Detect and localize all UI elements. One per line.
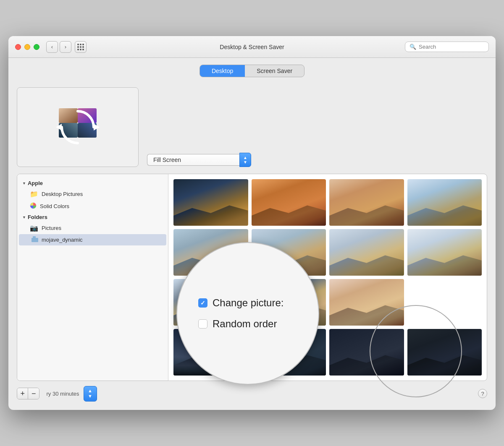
interval-text: ry 30 minutes — [46, 391, 79, 397]
sidebar-item-pictures-label: Pictures — [42, 225, 61, 231]
wallpaper-thumb-3[interactable] — [329, 179, 404, 226]
wallpaper-thumb-4[interactable] — [407, 179, 482, 226]
svg-rect-1 — [59, 108, 78, 123]
search-input[interactable] — [419, 44, 484, 50]
wallpaper-thumb-2[interactable] — [252, 179, 326, 226]
mojave-folder-icon — [32, 236, 38, 243]
bottom-controls: ry 30 minutes ▲ ▼ ? — [46, 386, 487, 401]
sidebar-item-solid-colors[interactable]: Solid Colors — [17, 200, 168, 212]
window-title: Desktop & Screen Saver — [220, 44, 284, 50]
magnify-overlay: ✓ Change picture: Random order — [176, 242, 319, 385]
sidebar: ▼ Apple 📁 Desktop Pictures — [17, 174, 168, 381]
wallpaper-preview — [17, 87, 139, 167]
wallpaper-thumb-8[interactable] — [407, 229, 482, 276]
sidebar-group-folders-label: Folders — [28, 214, 47, 220]
tab-desktop[interactable]: Desktop — [200, 65, 245, 77]
svg-rect-9 — [33, 236, 36, 239]
change-picture-checkbox[interactable]: ✓ — [198, 298, 207, 308]
pictures-folder-icon: 📷 — [30, 224, 38, 232]
folder-icon: 📁 — [30, 190, 38, 198]
sidebar-group-apple[interactable]: ▼ Apple — [17, 178, 168, 188]
random-order-row: Random order — [198, 318, 277, 330]
close-button[interactable] — [15, 44, 21, 50]
sidebar-item-pictures[interactable]: 📷 Pictures — [17, 222, 168, 234]
remove-button[interactable]: − — [28, 388, 39, 399]
interval-stepper[interactable]: ▲ ▼ — [84, 386, 97, 401]
titlebar: ‹ › Desktop & Screen Saver 🔍 — [8, 36, 496, 58]
preview-icon — [50, 100, 105, 154]
fill-screen-dropdown: Fill Screen Fit to Screen Stretch to Fil… — [147, 153, 251, 167]
forward-button[interactable]: › — [60, 41, 71, 53]
nav-buttons: ‹ › — [46, 41, 71, 53]
tab-screen-saver[interactable]: Screen Saver — [245, 65, 304, 77]
sidebar-item-desktop-pictures[interactable]: 📁 Desktop Pictures — [17, 188, 168, 200]
color-wheel-icon — [30, 202, 37, 210]
sidebar-item-mojave-label: mojave_dynamic — [42, 237, 83, 243]
minimize-button[interactable] — [24, 44, 30, 50]
tab-bar: Desktop Screen Saver — [8, 58, 496, 83]
traffic-lights — [15, 44, 39, 50]
main-window: ‹ › Desktop & Screen Saver 🔍 Desktop Scr… — [8, 36, 496, 409]
add-remove-controls: + − — [17, 388, 39, 399]
wallpaper-thumb-15[interactable] — [329, 329, 404, 376]
sidebar-item-desktop-pictures-label: Desktop Pictures — [42, 191, 83, 197]
maximize-button[interactable] — [34, 44, 39, 50]
random-order-label: Random order — [213, 318, 277, 330]
random-order-checkbox[interactable] — [198, 319, 207, 329]
change-picture-label: Change picture: — [213, 297, 284, 309]
search-bar[interactable]: 🔍 — [405, 42, 489, 52]
grid-button[interactable] — [75, 41, 87, 53]
sidebar-item-solid-colors-label: Solid Colors — [40, 203, 69, 209]
help-button[interactable]: ? — [478, 389, 487, 398]
add-button[interactable]: + — [17, 388, 28, 399]
fill-screen-stepper[interactable]: ▲ ▼ — [239, 153, 251, 167]
change-picture-row: ✓ Change picture: — [198, 297, 284, 309]
wallpaper-thumb-16[interactable] — [407, 329, 482, 376]
sidebar-group-folders[interactable]: ▼ Folders — [17, 212, 168, 222]
wallpaper-thumb-12[interactable] — [407, 279, 482, 326]
fill-screen-select[interactable]: Fill Screen Fit to Screen Stretch to Fil… — [147, 154, 239, 166]
grid-icon — [77, 44, 84, 50]
triangle-icon-folders: ▼ — [22, 215, 26, 219]
segmented-control: Desktop Screen Saver — [200, 65, 304, 77]
back-button[interactable]: ‹ — [46, 41, 58, 53]
wallpaper-thumb-1[interactable] — [173, 179, 248, 226]
wallpaper-thumb-7[interactable] — [329, 229, 404, 276]
search-icon: 🔍 — [410, 44, 416, 50]
sidebar-group-apple-label: Apple — [28, 180, 43, 186]
top-section: Fill Screen Fit to Screen Stretch to Fil… — [17, 83, 487, 174]
triangle-icon: ▼ — [22, 181, 26, 185]
sidebar-item-mojave[interactable]: mojave_dynamic — [19, 234, 166, 245]
wallpaper-thumb-11[interactable] — [329, 279, 404, 326]
